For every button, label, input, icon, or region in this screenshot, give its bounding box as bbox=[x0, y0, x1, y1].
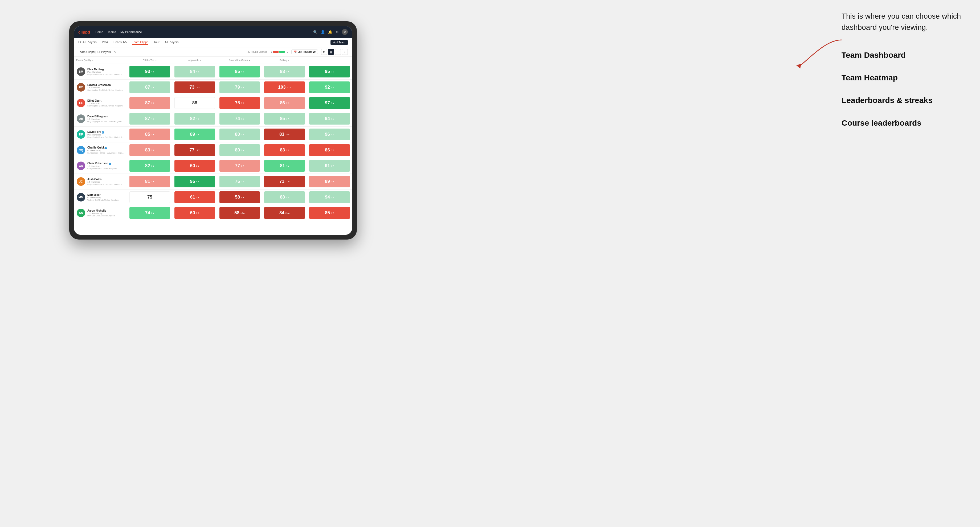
sub-nav-pga[interactable]: PGA bbox=[102, 40, 108, 45]
player-info-4: David Ford✓Plus HandicapRoyal North Devo… bbox=[88, 130, 125, 138]
score-main-7-2: 75 bbox=[235, 179, 240, 184]
player-cell-3[interactable]: DBDave Billingham1-5 HandicapGog Magog G… bbox=[74, 111, 127, 126]
score-cell-8-4: 943▲ bbox=[307, 189, 352, 205]
score-cell-1-2: 799▲ bbox=[217, 79, 262, 95]
score-change-7-3: 11▼ bbox=[285, 181, 290, 183]
score-cell-8-2: 584▲ bbox=[217, 189, 262, 205]
score-box-0-0: 934▲ bbox=[129, 66, 170, 78]
score-main-5-0: 83 bbox=[145, 148, 150, 153]
player-cell-8[interactable]: MMMatt Miller6-10 HandicapWoburn Golf Cl… bbox=[74, 189, 127, 205]
score-cell-2-3: 866▼ bbox=[262, 95, 307, 111]
player-cell-2[interactable]: EEElliot Ebert1-5 HandicapSunningdale Go… bbox=[74, 95, 127, 111]
add-team-button[interactable]: Add Team bbox=[331, 40, 348, 45]
score-cell-8-1: 613▼ bbox=[172, 189, 217, 205]
settings-icon[interactable]: ⚙ bbox=[336, 30, 339, 34]
score-main-6-2: 77 bbox=[235, 163, 240, 168]
score-main-5-2: 80 bbox=[235, 148, 240, 153]
score-main-2-0: 87 bbox=[145, 100, 150, 106]
sort-arrow-approach[interactable]: ▼ bbox=[199, 59, 201, 61]
nav-link-teams[interactable]: Teams bbox=[108, 30, 116, 33]
score-change-3-4: 1▲ bbox=[331, 117, 334, 120]
svg-marker-0 bbox=[796, 64, 801, 69]
score-box-9-2: 5810▲ bbox=[220, 207, 260, 219]
score-change-5-2: 1▲ bbox=[241, 149, 244, 151]
last-rounds-button[interactable]: 📅 Last Rounds: 20 bbox=[291, 49, 318, 54]
team-info-bar: Team Clippd | 14 Players ✎ 20 Round Chan… bbox=[74, 48, 352, 57]
score-box-8-3: 882▼ bbox=[264, 191, 305, 203]
sub-nav-pgat[interactable]: PGAT Players bbox=[78, 40, 97, 45]
player-name-4: David Ford✓ bbox=[88, 130, 125, 133]
table-row: ECEdward Crossman1-5 HandicapSunningdale… bbox=[74, 79, 352, 95]
player-handicap-0: Plus Handicap bbox=[88, 71, 125, 73]
score-main-0-4: 95 bbox=[325, 69, 330, 74]
table-body: BMBlair McHargPlus HandicapRoyal North D… bbox=[74, 64, 352, 221]
annotation-item-0: Team Dashboard bbox=[842, 49, 969, 61]
score-cell-1-4: 923▼ bbox=[307, 79, 352, 95]
sort-arrow-around-green[interactable]: ▼ bbox=[249, 59, 251, 61]
score-change-5-1: 14▼ bbox=[196, 149, 200, 151]
score-box-0-3: 881▼ bbox=[264, 66, 305, 78]
score-box-5-4: 868▼ bbox=[309, 144, 350, 156]
score-change-0-0: 4▲ bbox=[151, 71, 154, 73]
sub-nav-team-clippd[interactable]: Team Clippd bbox=[132, 40, 148, 45]
verified-icon-6: ✓ bbox=[109, 163, 111, 165]
calendar-icon: 📅 bbox=[294, 51, 297, 53]
player-name-3: Dave Billingham bbox=[88, 115, 125, 118]
nav-link-myperformance[interactable]: My Performance bbox=[120, 30, 142, 33]
player-cell-7[interactable]: JCJosh Coles1-5 HandicapRoyal North Devo… bbox=[74, 174, 127, 189]
download-button[interactable]: ↓ bbox=[342, 49, 348, 55]
sort-arrow-putting[interactable]: ▼ bbox=[288, 59, 290, 61]
player-handicap-2: 1-5 Handicap bbox=[88, 102, 125, 105]
score-cell-0-1: 846▲ bbox=[172, 64, 217, 79]
sub-nav-all-players[interactable]: All Players bbox=[165, 40, 179, 45]
score-cell-7-4: 892▼ bbox=[307, 174, 352, 189]
player-name-0: Blair McHarg bbox=[88, 68, 125, 71]
sub-nav-tour[interactable]: Tour bbox=[154, 40, 159, 45]
nav-link-home[interactable]: Home bbox=[95, 30, 103, 33]
sub-nav-hcaps[interactable]: Hcaps 1-5 bbox=[113, 40, 127, 45]
score-cell-9-0: 748▲ bbox=[127, 205, 172, 221]
score-cell-3-1: 824▲ bbox=[172, 111, 217, 126]
edit-icon[interactable]: ✎ bbox=[114, 51, 116, 54]
sort-arrow-player-quality[interactable]: ▼ bbox=[92, 59, 94, 61]
score-main-4-3: 83 bbox=[279, 132, 285, 137]
score-cell-5-4: 868▼ bbox=[307, 142, 352, 158]
player-info-8: Matt Miller6-10 HandicapWoburn Golf Club… bbox=[88, 194, 125, 201]
score-change-7-2: 2▲ bbox=[241, 181, 244, 183]
list-view-button[interactable]: ☰ bbox=[335, 49, 341, 55]
player-name-5: Charlie Quick✓ bbox=[88, 146, 125, 149]
score-main-9-2: 58 bbox=[234, 210, 239, 216]
player-club-4: Royal North Devon Golf Club, United King… bbox=[88, 136, 125, 138]
bell-icon[interactable]: 🔔 bbox=[328, 30, 332, 34]
sort-arrow-off-tee[interactable]: ▼ bbox=[155, 59, 157, 61]
score-cell-1-0: 871▲ bbox=[127, 79, 172, 95]
player-cell-6[interactable]: CRChris Robertson✓1-5 HandicapCraigmilla… bbox=[74, 158, 127, 173]
score-box-4-2: 803▲ bbox=[220, 129, 260, 140]
score-change-4-1: 7▲ bbox=[196, 133, 199, 136]
player-cell-4[interactable]: DFDavid Ford✓Plus HandicapRoyal North De… bbox=[74, 127, 127, 142]
player-handicap-5: 6-10 Handicap bbox=[88, 149, 125, 152]
score-change-8-1: 3▼ bbox=[196, 196, 199, 198]
user-avatar[interactable]: U bbox=[342, 29, 348, 35]
score-box-1-3: 10315▲ bbox=[264, 81, 305, 93]
table-row: CRChris Robertson✓1-5 HandicapCraigmilla… bbox=[74, 158, 352, 174]
score-cell-9-2: 5810▲ bbox=[217, 205, 262, 221]
score-main-7-4: 89 bbox=[325, 179, 330, 184]
score-main-9-1: 60 bbox=[190, 210, 195, 216]
score-main-2-4: 97 bbox=[325, 100, 330, 106]
player-cell-0[interactable]: BMBlair McHargPlus HandicapRoyal North D… bbox=[74, 64, 127, 79]
player-cell-9[interactable]: ANAaron Nicholls11-15 HandicapDrift Golf… bbox=[74, 205, 127, 221]
grid-view-button[interactable]: ⊞ bbox=[321, 49, 327, 55]
score-change-2-3: 6▼ bbox=[286, 102, 289, 104]
search-icon[interactable]: 🔍 bbox=[313, 30, 317, 34]
player-cell-5[interactable]: CQCharlie Quick✓6-10 HandicapSt. George'… bbox=[74, 142, 127, 158]
player-cell-1[interactable]: ECEdward Crossman1-5 HandicapSunningdale… bbox=[74, 79, 127, 95]
user-icon[interactable]: 👤 bbox=[321, 30, 325, 34]
score-change-5-3: 6▼ bbox=[286, 149, 289, 151]
score-cell-4-2: 803▲ bbox=[217, 127, 262, 142]
player-info-5: Charlie Quick✓6-10 HandicapSt. George's … bbox=[88, 146, 125, 154]
score-change-9-4: 4▼ bbox=[331, 212, 334, 214]
score-cell-1-3: 10315▲ bbox=[262, 79, 307, 95]
annotation-item-3: Course leaderboards bbox=[842, 117, 969, 129]
heatmap-view-button[interactable]: ▦ bbox=[328, 49, 334, 55]
